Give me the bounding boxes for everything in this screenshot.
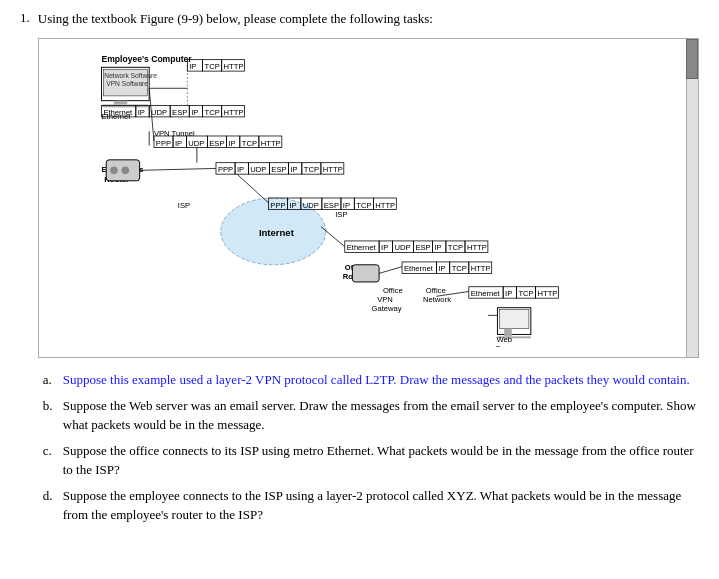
svg-text:TCP: TCP xyxy=(448,244,463,253)
sub-item-text-0: Suppose this example used a layer-2 VPN … xyxy=(63,370,699,390)
svg-text:IP: IP xyxy=(237,165,244,174)
scrollbar[interactable] xyxy=(686,39,698,357)
svg-text:TCP: TCP xyxy=(241,139,256,148)
svg-text:IP: IP xyxy=(290,165,297,174)
svg-text:IP: IP xyxy=(381,244,388,253)
svg-text:IP: IP xyxy=(175,139,182,148)
svg-text:IP: IP xyxy=(343,201,350,210)
isp-label-2: ISP xyxy=(335,210,347,219)
sub-item-a: a.Suppose this example used a layer-2 VP… xyxy=(43,370,699,390)
question-number: 1. xyxy=(20,10,30,531)
sub-item-letter-3: d. xyxy=(43,486,57,525)
sub-items-list: a.Suppose this example used a layer-2 VP… xyxy=(38,370,699,525)
svg-text:HTTP: HTTP xyxy=(467,244,487,253)
sub-item-d: d.Suppose the employee connects to the I… xyxy=(43,486,699,525)
question-container: 1. Using the textbook Figure (9-9) below… xyxy=(20,10,699,531)
svg-text:IP: IP xyxy=(434,244,441,253)
svg-text:HTTP: HTTP xyxy=(261,139,281,148)
svg-text:IP: IP xyxy=(228,139,235,148)
sub-item-text-1: Suppose the Web server was an email serv… xyxy=(63,396,699,435)
svg-rect-2 xyxy=(114,101,127,105)
svg-text:IP: IP xyxy=(505,289,512,298)
svg-text:UDP: UDP xyxy=(188,139,204,148)
svg-text:ESP: ESP xyxy=(209,139,224,148)
svg-text:ESP: ESP xyxy=(324,201,339,210)
svg-rect-105 xyxy=(499,310,529,329)
svg-line-113 xyxy=(379,267,402,274)
svg-text:TCP: TCP xyxy=(356,201,371,210)
svg-point-42 xyxy=(110,167,118,175)
svg-text:UDP: UDP xyxy=(151,108,167,117)
sub-item-letter-2: c. xyxy=(43,441,57,480)
svg-text:HTTP: HTTP xyxy=(323,165,343,174)
employees-computer-label: Employee's Computer xyxy=(101,54,192,64)
svg-text:Ethernet: Ethernet xyxy=(346,244,376,253)
svg-text:Ethernet: Ethernet xyxy=(470,289,500,298)
svg-text:HTTP: HTTP xyxy=(223,108,243,117)
svg-text:PPP: PPP xyxy=(156,139,171,148)
sub-item-b: b.Suppose the Web server was an email se… xyxy=(43,396,699,435)
svg-text:ESP: ESP xyxy=(271,165,286,174)
web-server-label2: Server xyxy=(495,344,518,347)
svg-text:TCP: TCP xyxy=(204,108,219,117)
sub-item-text-2: Suppose the office connects to its ISP u… xyxy=(63,441,699,480)
vpn-tunnel-label: VPN Tunnel xyxy=(154,129,195,138)
svg-text:Ethernet: Ethernet xyxy=(103,108,133,117)
sub-item-c: c.Suppose the office connects to its ISP… xyxy=(43,441,699,480)
svg-text:PPP: PPP xyxy=(218,165,233,174)
scrollbar-thumb[interactable] xyxy=(686,39,698,79)
diagram-wrapper: Employee's Computer Network Software VPN… xyxy=(38,38,699,358)
svg-text:PPP: PPP xyxy=(270,201,285,210)
svg-point-43 xyxy=(121,167,129,175)
svg-text:IP: IP xyxy=(438,265,445,274)
svg-text:HTTP: HTTP xyxy=(537,289,557,298)
office-vpn-gateway-label3: Gateway xyxy=(371,304,401,313)
svg-text:TCP: TCP xyxy=(518,289,533,298)
svg-text:IP: IP xyxy=(137,108,144,117)
question-content: Using the textbook Figure (9-9) below, p… xyxy=(38,10,699,531)
svg-text:ESP: ESP xyxy=(415,244,430,253)
svg-line-109 xyxy=(139,169,215,171)
svg-text:HTTP: HTTP xyxy=(470,265,490,274)
svg-text:UDP: UDP xyxy=(303,201,319,210)
sub-item-letter-1: b. xyxy=(43,396,57,435)
svg-text:TCP: TCP xyxy=(204,62,219,71)
svg-text:HTTP: HTTP xyxy=(223,62,243,71)
svg-text:UDP: UDP xyxy=(250,165,266,174)
svg-text:ESP: ESP xyxy=(172,108,187,117)
svg-rect-3 xyxy=(102,105,148,108)
vpn-software-label: VPN Software xyxy=(106,81,148,88)
svg-rect-87 xyxy=(352,265,379,282)
svg-text:IP: IP xyxy=(191,108,198,117)
svg-text:HTTP: HTTP xyxy=(375,201,395,210)
svg-text:IP: IP xyxy=(189,62,196,71)
svg-line-111 xyxy=(237,174,268,203)
network-software-label: Network Software xyxy=(104,72,157,79)
diagram-svg: Employee's Computer Network Software VPN… xyxy=(49,49,688,347)
svg-text:Ethernet: Ethernet xyxy=(404,265,434,274)
sub-item-text-3: Suppose the employee connects to the ISP… xyxy=(63,486,699,525)
question-intro-text: Using the textbook Figure (9-9) below, p… xyxy=(38,10,699,28)
svg-text:IP: IP xyxy=(289,201,296,210)
svg-text:UDP: UDP xyxy=(394,244,410,253)
svg-text:TCP: TCP xyxy=(451,265,466,274)
isp-label-1: ISP xyxy=(178,201,190,210)
sub-item-letter-0: a. xyxy=(43,370,57,390)
internet-label: Internet xyxy=(259,227,295,238)
svg-text:TCP: TCP xyxy=(303,165,318,174)
